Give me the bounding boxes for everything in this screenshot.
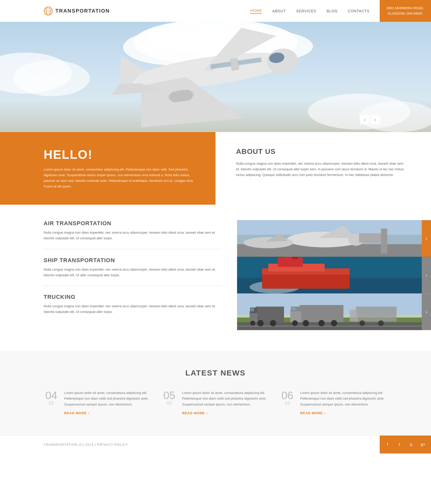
nav-blog[interactable]: BLOG [327, 9, 338, 13]
news-text-1: Lorem ipsum dolor sit amet, consectetura… [64, 390, 151, 407]
news-content-2: Lorem ipsum dolor sit amet, consectetura… [182, 390, 269, 415]
twitter-icon[interactable]: t [396, 441, 403, 448]
hello-text: Lorem ipsum dolor sit amet, consectetur … [44, 167, 195, 189]
news-content-1: Lorem ipsum dolor sit amet, consectetura… [64, 390, 151, 415]
news-month-2: 03 [167, 401, 172, 406]
hero-content: ‹ › [0, 22, 431, 132]
service-truck: TRUCKING Nulla congue magna non diam imp… [44, 294, 222, 322]
footer-copyright: TRANSPORTATION (C) 2014 | PRIVACY POLICY [0, 443, 380, 447]
news-date-3: 06 03 [280, 390, 295, 415]
svg-point-11 [13, 60, 90, 96]
service-air: AIR TRANSPORTATION Nulla congue magna no… [44, 220, 222, 249]
svg-rect-25 [230, 58, 239, 71]
nav-contacts[interactable]: CONTACTS [348, 9, 369, 13]
info-section: HELLO! Lorem ipsum dolor sit amet, conse… [0, 132, 431, 205]
news-item-2: 05 03 Lorem ipsum dolor sit amet, consec… [162, 390, 269, 415]
svg-point-66 [292, 320, 298, 326]
header: TRANSPORTATION HOME ABOUT SERVICES BLOG … [0, 0, 431, 22]
news-section: LATEST NEWS 04 03 Lorem ipsum dolor sit … [0, 351, 431, 435]
hero-nav-buttons: ‹ › [360, 115, 380, 124]
svg-rect-59 [350, 310, 357, 322]
svg-rect-53 [251, 308, 254, 311]
svg-rect-33 [381, 229, 387, 254]
pinterest-icon[interactable]: p [408, 441, 415, 448]
truck-image-arrow[interactable]: › [422, 293, 431, 330]
hero-section: ‹ › [0, 22, 431, 132]
main-nav: HOME ABOUT SERVICES BLOG CONTACTS [250, 8, 380, 14]
globe-icon [44, 6, 53, 16]
svg-rect-32 [359, 233, 384, 243]
svg-point-67 [359, 320, 365, 326]
read-more-2[interactable]: READ MORE › [182, 411, 269, 415]
nav-home[interactable]: HOME [250, 8, 262, 14]
ship-image: › [237, 257, 431, 293]
service-truck-text: Nulla congue magna non diam imperdiet, n… [44, 303, 222, 315]
news-item-1: 04 03 Lorem ipsum dolor sit amet, consec… [44, 390, 151, 415]
googleplus-icon[interactable]: g+ [419, 441, 427, 448]
air-image-arrow[interactable]: › [422, 220, 431, 257]
news-date-1: 04 03 [44, 390, 59, 415]
svg-rect-55 [290, 310, 301, 322]
footer-social: f t p g+ [380, 436, 431, 453]
svg-rect-50 [256, 307, 284, 322]
header-address: 8901 MARMORA ROAD, GLASGOW, D04 89GR. [380, 0, 431, 22]
services-list: AIR TRANSPORTATION Nulla congue magna no… [0, 220, 237, 330]
service-air-text: Nulla congue magna non diam imperdiet, n… [44, 230, 222, 241]
hero-prev-button[interactable]: ‹ [360, 115, 369, 124]
svg-point-60 [257, 320, 263, 326]
news-content-3: Lorem ipsum dolor sit amet, consectetura… [300, 390, 387, 415]
logo-text: TRANSPORTATION [55, 8, 110, 14]
news-day-3: 06 [281, 390, 293, 401]
hello-title: HELLO! [44, 147, 195, 162]
about-box: ABOUT US Nulla congue magna non diam imp… [215, 132, 431, 205]
ship-image-arrow[interactable]: › [422, 257, 431, 293]
about-title: ABOUT US [236, 147, 405, 156]
svg-point-63 [303, 320, 309, 326]
news-text-2: Lorem ipsum dolor sit amet, consectetura… [182, 390, 269, 407]
svg-rect-58 [356, 307, 397, 322]
news-title: LATEST NEWS [44, 369, 387, 377]
svg-point-61 [270, 320, 276, 326]
svg-rect-54 [300, 305, 344, 322]
svg-point-62 [250, 321, 255, 326]
read-more-1[interactable]: READ MORE › [64, 411, 151, 415]
address-text: 8901 MARMORA ROAD, GLASGOW, D04 89GR. [387, 6, 424, 16]
truck-image: › [237, 293, 431, 330]
air-image: › [237, 220, 431, 257]
service-ship-text: Nulla congue magna non diam imperdiet, n… [44, 267, 222, 278]
news-month-3: 03 [285, 401, 290, 406]
service-ship: SHIP TRANSPORTATION Nulla congue magna n… [44, 257, 222, 286]
about-text: Nulla congue magna non diam imperdiet, n… [236, 161, 405, 178]
service-air-title: AIR TRANSPORTATION [44, 220, 222, 227]
svg-point-64 [318, 320, 325, 326]
news-month-1: 03 [49, 401, 54, 406]
service-ship-title: SHIP TRANSPORTATION [44, 257, 222, 264]
logo-area: TRANSPORTATION [0, 6, 250, 16]
svg-rect-44 [292, 257, 298, 259]
facebook-icon[interactable]: f [384, 441, 391, 448]
hello-box: HELLO! Lorem ipsum dolor sit amet, conse… [0, 132, 215, 205]
news-day-2: 05 [163, 390, 175, 401]
service-truck-title: TRUCKING [44, 294, 222, 300]
news-day-1: 04 [45, 390, 57, 401]
footer: TRANSPORTATION (C) 2014 | PRIVACY POLICY… [0, 436, 431, 453]
news-item-3: 06 03 Lorem ipsum dolor sit amet, consec… [280, 390, 387, 415]
nav-services[interactable]: SERVICES [296, 9, 317, 13]
svg-point-68 [378, 320, 384, 326]
news-grid: 04 03 Lorem ipsum dolor sit amet, consec… [44, 390, 387, 415]
nav-about[interactable]: ABOUT [272, 9, 286, 13]
news-date-2: 05 03 [162, 390, 177, 415]
hero-next-button[interactable]: › [370, 115, 380, 124]
services-images: › › [237, 220, 431, 330]
svg-point-65 [331, 320, 337, 326]
svg-point-34 [243, 237, 293, 248]
news-text-3: Lorem ipsum dolor sit amet, consectetura… [300, 390, 387, 407]
services-section: AIR TRANSPORTATION Nulla congue magna no… [0, 205, 431, 351]
svg-rect-57 [291, 307, 296, 310]
read-more-3[interactable]: READ MORE › [300, 411, 387, 415]
